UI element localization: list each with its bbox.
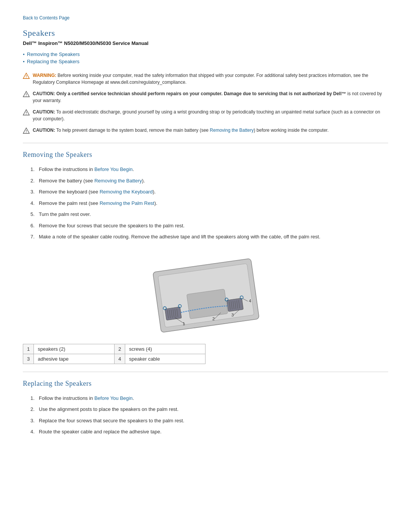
svg-text:2: 2 [212, 316, 215, 321]
subtitle: Dell™ Inspiron™ N5020/M5030/N5030 Servic… [23, 40, 388, 46]
svg-point-2 [26, 77, 26, 78]
caution-text-2: To avoid electrostatic discharge, ground… [33, 109, 380, 121]
warning-icon [23, 72, 30, 80]
before-you-begin-link-2[interactable]: Before You Begin [94, 395, 132, 401]
table-row: 1 speakers (2) 2 screws (4) [23, 344, 206, 354]
removing-section-title: Removing the Speakers [23, 151, 388, 159]
svg-text:3: 3 [231, 313, 234, 317]
table-cell: 4 [115, 354, 125, 364]
caution-notice-3: CAUTION: To help prevent damage to the s… [23, 127, 388, 135]
nav-links: Removing the Speakers Replacing the Spea… [23, 51, 388, 64]
laptop-diagram: 1 2 3 4 [145, 250, 266, 334]
caution-icon-1 [23, 91, 30, 99]
nav-link-item: Replacing the Speakers [23, 59, 388, 64]
list-item: 1. Follow the instructions in Before You… [30, 166, 388, 173]
list-item: 6. Remove the four screws that secure th… [30, 222, 388, 230]
list-item: 2. Remove the battery (see Removing the … [30, 177, 388, 185]
list-item: 7. Make a note of the speaker cable rout… [30, 233, 388, 241]
warning-text: Before working inside your computer, rea… [33, 73, 368, 85]
removing-keyboard-link[interactable]: Removing the Keyboard [100, 189, 153, 195]
before-you-begin-link-1[interactable]: Before You Begin [94, 166, 132, 172]
caution-text-1: Only a certified service technician shou… [33, 91, 382, 103]
svg-point-8 [26, 114, 26, 114]
svg-rect-15 [165, 307, 182, 320]
caution-icon-3 [23, 127, 30, 135]
parts-table: 1 speakers (2) 2 screws (4) 3 adhesive t… [23, 344, 206, 364]
list-item: 1. Follow the instructions in Before You… [30, 395, 388, 402]
laptop-image-container: 1 2 3 4 [23, 250, 388, 335]
list-item: 2. Use the alignment posts to place the … [30, 406, 388, 413]
table-cell: speaker cable [125, 354, 206, 364]
list-item: 5. Turn the palm rest over. [30, 211, 388, 218]
replacing-speakers-link[interactable]: Replacing the Speakers [27, 59, 80, 64]
caution-label-3: CAUTION: [33, 128, 55, 133]
table-cell: 1 [23, 344, 34, 354]
list-item: 4. Route the speaker cable and replace t… [30, 428, 388, 436]
warning-label: WARNING: [33, 73, 56, 78]
removing-steps-list: 1. Follow the instructions in Before You… [30, 166, 388, 241]
caution-text-3: To help prevent damage to the system boa… [56, 128, 329, 133]
table-cell: speakers (2) [34, 344, 115, 354]
table-cell: adhesive tape [34, 354, 115, 364]
replacing-section-title: Replacing the Speakers [23, 380, 388, 388]
divider-1 [23, 143, 388, 143]
removing-palm-rest-link[interactable]: Removing the Palm Rest [100, 200, 155, 206]
list-item: 4. Remove the palm rest (see Removing th… [30, 200, 388, 207]
nav-link-item: Removing the Speakers [23, 51, 388, 57]
table-cell: 2 [115, 344, 125, 354]
back-to-contents-link[interactable]: Back to Contents Page [23, 15, 388, 21]
table-cell: screws (4) [125, 344, 206, 354]
replacing-steps-list: 1. Follow the instructions in Before You… [30, 395, 388, 436]
svg-point-5 [26, 96, 26, 96]
warning-notice: WARNING: Before working inside your comp… [23, 72, 388, 86]
table-row: 3 adhesive tape 4 speaker cable [23, 354, 206, 364]
caution-notice-2: CAUTION: To avoid electrostatic discharg… [23, 109, 388, 122]
removing-battery-link[interactable]: Removing the Battery [210, 128, 253, 133]
svg-rect-14 [186, 289, 228, 319]
list-item: 3. Replace the four screws that secure t… [30, 417, 388, 425]
caution-icon-2 [23, 109, 30, 117]
caution-label-1: CAUTION: [33, 91, 55, 96]
caution-notice-1: CAUTION: Only a certified service techni… [23, 90, 388, 104]
removing-speakers-link[interactable]: Removing the Speakers [27, 51, 80, 57]
svg-text:1: 1 [183, 321, 185, 326]
svg-text:4: 4 [249, 299, 251, 303]
svg-rect-22 [227, 298, 244, 311]
removing-battery-link-2[interactable]: Removing the Battery [94, 178, 142, 184]
caution-label-2: CAUTION: [33, 109, 55, 115]
page-title: Speakers [23, 28, 388, 38]
svg-point-11 [26, 132, 26, 133]
table-cell: 3 [23, 354, 34, 364]
list-item: 3. Remove the keyboard (see Removing the… [30, 188, 388, 196]
divider-2 [23, 372, 388, 372]
